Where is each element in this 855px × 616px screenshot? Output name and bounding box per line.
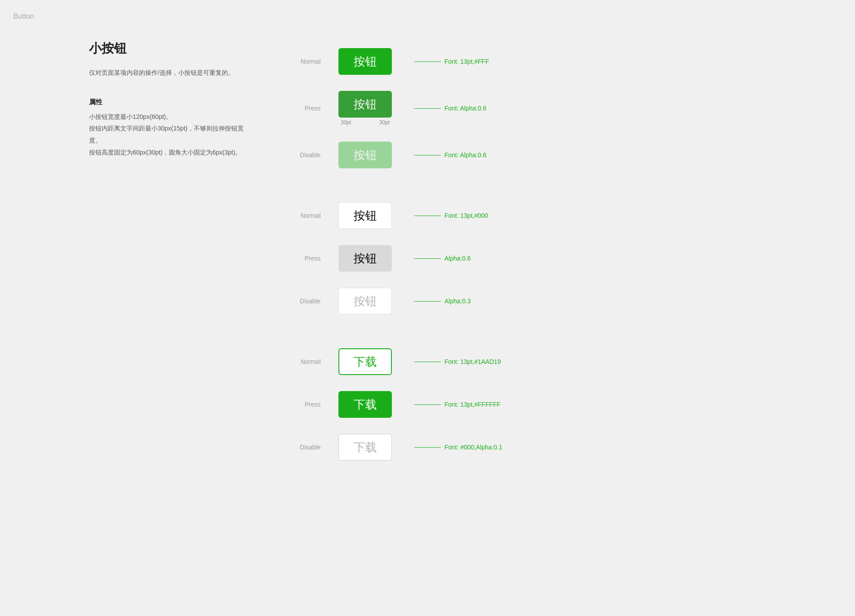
annotation-outline-press: Font: 13pt,#FFFFFF xyxy=(414,401,501,408)
attr-line-3: 按钮高度固定为60px(30pt)，圆角大小固定为6px(3pt)。 xyxy=(89,147,249,159)
button-row-white-normal: Normal 按钮 Font: 13pt,#000 xyxy=(285,194,855,237)
left-panel: 小按钮 仅对页面某项内容的操作/选择，小按钮是可重复的。 属性 小按钮宽度最小1… xyxy=(89,36,249,473)
button-group-white: Normal 按钮 Font: 13pt,#000 Press 按钮 Alpha… xyxy=(285,194,855,322)
button-row-solid-press: Press 按钮 30pt 30pt Font: Alpha:0.6 xyxy=(285,83,855,134)
annotation-line xyxy=(414,258,441,259)
btn-solid-press[interactable]: 按钮 xyxy=(338,91,392,118)
annotation-text: Font: Alpha:0.6 xyxy=(444,105,486,112)
annotation-text: Font: 13pt,#FFF xyxy=(444,58,489,65)
pt-labels: 30pt 30pt xyxy=(338,119,392,126)
button-row-white-press: Press 按钮 Alpha:0.6 xyxy=(285,237,855,280)
button-row-outline-disable: Disable 下载 Font: #000,Alpha:0.1 xyxy=(285,426,855,469)
btn-white-normal[interactable]: 按钮 xyxy=(338,202,392,229)
button-row-white-disable: Disable 按钮 Alpha:0.3 xyxy=(285,280,855,322)
button-group-solid: Normal 按钮 Font: 13pt,#FFF Press 按钮 30pt … xyxy=(285,40,855,176)
attr-title: 属性 xyxy=(89,98,249,106)
annotation-text: Font: #000,Alpha:0.1 xyxy=(444,444,502,451)
annotation-line xyxy=(414,301,441,302)
annotation-text: Font: 13pt,#FFFFFF xyxy=(444,401,501,408)
attr-line-2: 按钮内距离文字间距最小30px(15pt)，不够则拉伸按钮宽度。 xyxy=(89,122,249,146)
annotation-text: Alpha:0.6 xyxy=(444,255,471,262)
annotation-line xyxy=(414,404,441,405)
btn-white-press[interactable]: 按钮 xyxy=(338,245,392,272)
btn-outline-normal[interactable]: 下载 xyxy=(338,348,392,375)
btn-wrapper: 按钮 xyxy=(338,245,392,272)
pt-right: 30pt xyxy=(379,119,390,126)
state-label: Disable xyxy=(285,151,321,159)
state-label: Normal xyxy=(285,58,321,65)
state-label: Disable xyxy=(285,444,321,451)
annotation-line xyxy=(414,447,441,448)
button-row-solid-normal: Normal 按钮 Font: 13pt,#FFF xyxy=(285,40,855,83)
right-panel: Normal 按钮 Font: 13pt,#FFF Press 按钮 30pt … xyxy=(285,36,855,473)
annotation-line xyxy=(414,61,441,62)
annotation-outline-disable: Font: #000,Alpha:0.1 xyxy=(414,444,502,451)
annotation-solid-press: Font: Alpha:0.6 xyxy=(414,105,486,112)
page-title: Button xyxy=(13,12,34,20)
btn-outline-press[interactable]: 下载 xyxy=(338,391,392,418)
btn-white-disable: 按钮 xyxy=(338,288,392,314)
button-row-outline-press: Press 下载 Font: 13pt,#FFFFFF xyxy=(285,383,855,426)
btn-outline-disable: 下载 xyxy=(338,434,392,461)
btn-wrapper: 按钮 xyxy=(338,48,392,75)
state-label: Press xyxy=(285,105,321,112)
button-row-solid-disable: Disable 按钮 Font: Alpha:0.6 xyxy=(285,134,855,176)
btn-solid-normal[interactable]: 按钮 xyxy=(338,48,392,75)
annotation-white-normal: Font: 13pt,#000 xyxy=(414,212,488,219)
annotation-line xyxy=(414,216,441,216)
annotation-white-press: Alpha:0.6 xyxy=(414,255,471,262)
state-label: Press xyxy=(285,255,321,262)
btn-wrapper: 按钮 xyxy=(338,288,392,314)
section-desc: 仅对页面某项内容的操作/选择，小按钮是可重复的。 xyxy=(89,68,249,78)
state-label: Normal xyxy=(285,358,321,365)
button-group-outline: Normal 下载 Font: 13pt,#1AAD19 Press 下载 Fo… xyxy=(285,340,855,469)
annotation-line xyxy=(414,155,441,155)
btn-wrapper: 下载 xyxy=(338,391,392,418)
annotation-text: Alpha:0.3 xyxy=(444,298,471,305)
annotation-text: Font: 13pt,#000 xyxy=(444,212,488,219)
annotation-text: Font: 13pt,#1AAD19 xyxy=(444,358,501,365)
annotation-white-disable: Alpha:0.3 xyxy=(414,298,471,305)
annotation-solid-disable: Font: Alpha:0.6 xyxy=(414,151,486,159)
annotation-line xyxy=(414,362,441,362)
annotation-text: Font: Alpha:0.6 xyxy=(444,151,486,159)
attr-line-1: 小按钮宽度最小120px(60pt)。 xyxy=(89,111,249,123)
pt-left: 30pt xyxy=(341,119,351,126)
section-title: 小按钮 xyxy=(89,40,249,57)
btn-wrapper: 下载 xyxy=(338,348,392,375)
state-label: Press xyxy=(285,401,321,408)
btn-wrapper: 按钮 30pt 30pt xyxy=(338,91,392,126)
annotation-outline-normal: Font: 13pt,#1AAD19 xyxy=(414,358,501,365)
attr-list: 小按钮宽度最小120px(60pt)。 按钮内距离文字间距最小30px(15pt… xyxy=(89,111,249,158)
annotation-line xyxy=(414,108,441,109)
btn-solid-disable: 按钮 xyxy=(338,142,392,168)
btn-wrapper: 下载 xyxy=(338,434,392,461)
state-label: Normal xyxy=(285,212,321,219)
annotation-solid-normal: Font: 13pt,#FFF xyxy=(414,58,489,65)
btn-wrapper: 按钮 xyxy=(338,202,392,229)
state-label: Disable xyxy=(285,298,321,305)
btn-wrapper: 按钮 xyxy=(338,142,392,168)
button-row-outline-normal: Normal 下载 Font: 13pt,#1AAD19 xyxy=(285,340,855,383)
